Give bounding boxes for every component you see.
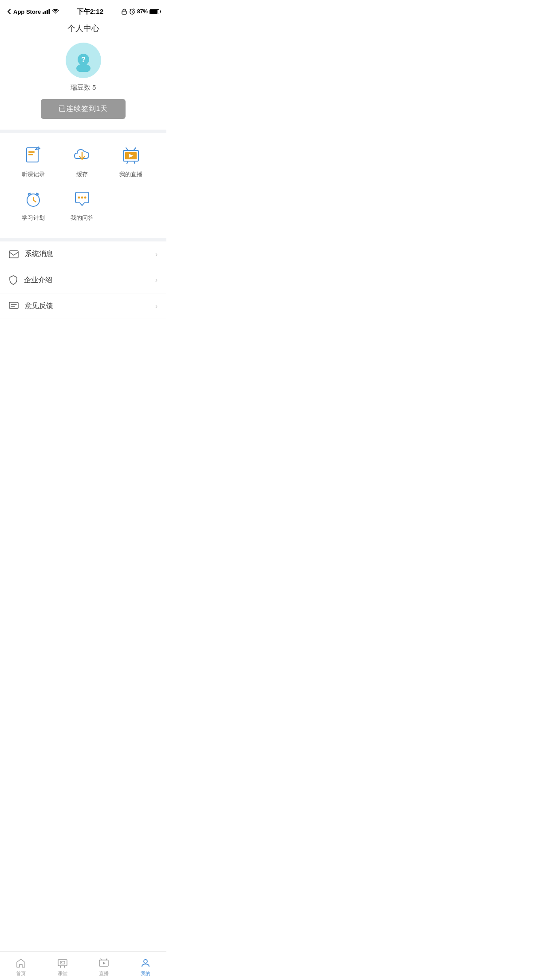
section-divider-2 [0,238,166,241]
icon-row-2: 学习计划 我的问答 [0,187,166,222]
list-item-feedback[interactable]: 意见反馈 › [0,293,166,319]
wifi-icon [52,9,59,14]
svg-rect-11 [28,154,33,155]
svg-line-25 [33,200,36,202]
svg-point-32 [84,197,87,199]
svg-point-30 [78,197,80,199]
profile-section: ? 瑞豆数 5 已连续签到1天 [0,43,166,130]
svg-rect-2 [47,10,48,14]
study-plan-icon [22,187,45,210]
avatar[interactable]: ? [66,43,101,78]
system-message-label: 系统消息 [25,249,155,259]
grid-item-cache-label: 缓存 [76,170,88,178]
grid-item-my-qa[interactable]: 我的问答 [58,187,106,222]
svg-rect-4 [122,11,126,14]
back-icon [7,8,12,15]
grid-item-my-live[interactable]: 我的直播 [106,144,155,178]
icon-grid: 听课记录 缓存 [0,133,166,238]
svg-rect-34 [9,302,18,308]
svg-rect-3 [49,9,50,14]
status-left: App Store [7,8,59,15]
my-live-icon [119,144,142,167]
alarm-icon [129,8,135,15]
status-right: 87% [121,8,159,15]
system-message-icon [9,250,19,258]
grid-item-my-live-label: 我的直播 [119,170,142,178]
svg-rect-0 [43,12,44,14]
section-divider-1 [0,130,166,133]
points-display: 瑞豆数 5 [71,83,96,92]
avatar-icon: ? [72,49,95,72]
status-bar: App Store 下午2:12 87% [0,0,166,20]
list-section: 系统消息 › 企业介绍 › 意见反馈 › [0,241,166,319]
signal-icon [43,9,50,14]
grid-item-listen-record[interactable]: 听课记录 [9,144,58,178]
cache-icon [71,144,94,167]
list-item-company-intro[interactable]: 企业介绍 › [0,267,166,293]
grid-item-cache[interactable]: 缓存 [58,144,106,178]
battery-icon [150,9,159,14]
status-time: 下午2:12 [77,8,103,16]
svg-text:?: ? [81,56,86,63]
svg-rect-10 [28,151,35,153]
lock-icon [121,8,127,15]
list-item-system-message[interactable]: 系统消息 › [0,241,166,267]
company-intro-arrow: › [155,276,157,284]
carrier-label: App Store [13,8,41,15]
feedback-arrow: › [155,302,157,310]
grid-item-listen-record-label: 听课记录 [22,170,45,178]
grid-item-my-qa-label: 我的问答 [71,214,94,222]
system-message-arrow: › [155,250,157,258]
grid-item-study-plan[interactable]: 学习计划 [9,187,58,222]
listen-record-icon [22,144,45,167]
svg-rect-1 [45,11,46,14]
feedback-icon [9,302,19,311]
my-qa-icon [71,187,94,210]
grid-item-study-plan-label: 学习计划 [22,214,45,222]
checkin-button[interactable]: 已连续签到1天 [41,99,126,119]
svg-point-31 [81,197,83,199]
page-title: 个人中心 [0,20,166,43]
company-intro-label: 企业介绍 [24,276,155,285]
icon-row-1: 听课记录 缓存 [0,144,166,178]
feedback-label: 意见反馈 [25,301,155,311]
svg-rect-33 [9,251,18,258]
battery-percent: 87% [137,8,148,15]
company-intro-icon [9,275,18,285]
